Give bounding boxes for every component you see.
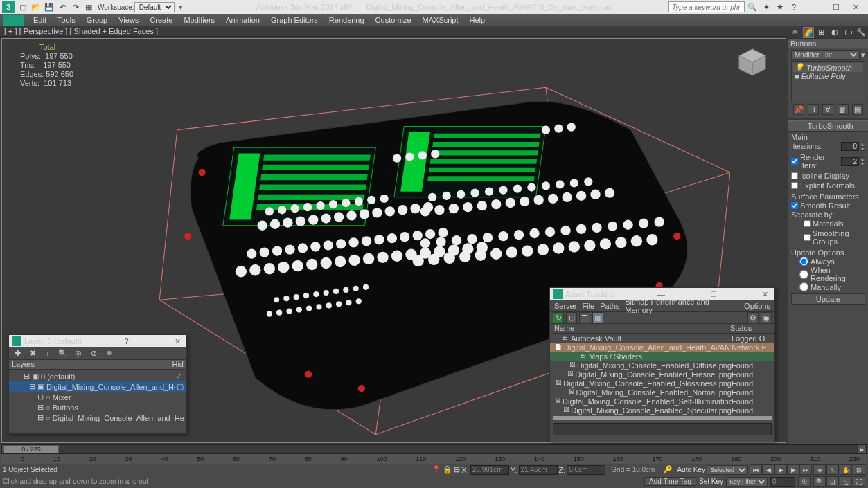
layer-row[interactable]: ⊟○Mixer bbox=[9, 392, 186, 402]
layer-dialog-close-icon[interactable]: ✕ bbox=[171, 337, 184, 346]
play-icon[interactable]: ▶ bbox=[774, 464, 787, 475]
y-coord-input[interactable] bbox=[519, 465, 558, 475]
absolute-mode-icon[interactable]: ⊞ bbox=[454, 465, 460, 474]
asset-row[interactable]: 🗀Maps / Shaders bbox=[550, 352, 774, 361]
prev-frame-icon[interactable]: ◀ bbox=[762, 464, 774, 475]
remove-modifier-icon[interactable]: 🗑 bbox=[838, 104, 849, 115]
new-file-icon[interactable]: ▢ bbox=[17, 1, 29, 13]
configure-sets-icon[interactable]: ▤ bbox=[852, 104, 863, 115]
asset-menu-file[interactable]: File bbox=[582, 302, 594, 310]
asset-menu-options[interactable]: Options bbox=[744, 302, 770, 310]
menu-help[interactable]: Help bbox=[464, 15, 491, 25]
layer-tree[interactable]: ⊟▣0 (default)✓⊟▣Digital_Mixing_Console_A… bbox=[9, 370, 186, 424]
utilities-tab-icon[interactable]: 🔧 bbox=[856, 27, 867, 38]
modifier-editable-poly[interactable]: ■Editable Poly bbox=[793, 72, 863, 80]
materials-checkbox[interactable] bbox=[804, 220, 811, 227]
modify-tab-icon[interactable]: 🌈 bbox=[803, 27, 814, 38]
asset-row[interactable]: 🖼Digital_Mixing_Console_Enabled_Glossine… bbox=[550, 379, 774, 388]
menu-modifiers[interactable]: Modifiers bbox=[178, 15, 220, 25]
asset-tracking-dialog[interactable]: Asset Tracking — ☐ ✕ ServerFilePathsBitm… bbox=[549, 287, 775, 442]
new-layer-icon[interactable]: ✚ bbox=[12, 348, 23, 359]
asset-path-input[interactable] bbox=[553, 423, 772, 435]
layer-row[interactable]: ⊟▣Digital_Mixing_Console_Allen_and_Heath… bbox=[9, 381, 186, 392]
motion-tab-icon[interactable]: ◐ bbox=[829, 27, 840, 38]
zoom-all-icon[interactable]: ⊡ bbox=[826, 476, 839, 487]
favorites-icon[interactable]: ★ bbox=[774, 1, 786, 13]
lock-selection-icon[interactable]: 📍 bbox=[432, 465, 441, 474]
menu-graph-editors[interactable]: Graph Editors bbox=[265, 15, 324, 25]
asset-row[interactable]: 🖼Digital_Mixing_Console_Enabled_Normal.p… bbox=[550, 388, 774, 397]
display-tab-icon[interactable]: 🖵 bbox=[842, 27, 853, 38]
select-layer-icon[interactable]: 🔍 bbox=[57, 348, 69, 359]
undo-icon[interactable]: ↶ bbox=[56, 1, 69, 13]
layer-dialog-titlebar[interactable]: Layer: 0 (default) ? ✕ bbox=[9, 335, 186, 347]
highlight-icon[interactable]: ◉ bbox=[761, 312, 772, 323]
when-rendering-radio[interactable] bbox=[799, 270, 808, 279]
smooth-result-checkbox[interactable] bbox=[791, 202, 798, 209]
asset-tree[interactable]: 🗀Autodesk VaultLogged O📄Digital_Mixing_C… bbox=[550, 334, 774, 415]
comm-center-icon[interactable]: ✦ bbox=[760, 1, 772, 13]
iterations-spinner[interactable]: ▴▾ bbox=[841, 142, 865, 151]
table-view-icon[interactable]: ▦ bbox=[592, 312, 603, 323]
layer-row[interactable]: ⊟▣0 (default)✓ bbox=[9, 371, 186, 381]
layer-row[interactable]: ⊟○Digital_Mixing_Console_Allen_and_Heath… bbox=[9, 413, 186, 423]
search-input[interactable] bbox=[668, 1, 745, 12]
nav-config-icon[interactable]: ⊡ bbox=[853, 464, 865, 475]
search-icon[interactable]: 🔍 bbox=[746, 1, 759, 13]
modifier-list-dropdown-icon[interactable]: ▾ bbox=[861, 51, 865, 60]
close-button[interactable]: ✕ bbox=[846, 1, 865, 13]
delete-layer-icon[interactable]: ✖ bbox=[27, 348, 38, 359]
viewport-label[interactable]: [ + ] [ Perspective ] [ Shaded + Edged F… bbox=[4, 27, 158, 35]
menu-create[interactable]: Create bbox=[144, 15, 178, 25]
update-button[interactable]: Update bbox=[791, 293, 865, 305]
add-time-tag-button[interactable]: Add Time Tag bbox=[644, 477, 696, 486]
asset-row[interactable]: 🖼Digital_Mixing_Console_Enabled_Diffuse.… bbox=[550, 361, 774, 370]
hide-layer-icon[interactable]: ⊘ bbox=[88, 348, 99, 359]
asset-row[interactable]: 🖼Digital_Mixing_Console_Enabled_Self-Ill… bbox=[550, 397, 774, 406]
workspace-dropdown-icon[interactable]: ▾ bbox=[175, 1, 187, 13]
maximize-button[interactable]: ☐ bbox=[826, 1, 846, 13]
goto-end-icon[interactable]: ⏭ bbox=[799, 464, 812, 475]
asset-menu-paths[interactable]: Paths bbox=[600, 302, 619, 310]
menu-tools[interactable]: Tools bbox=[52, 15, 81, 25]
hierarchy-tab-icon[interactable]: ⊞ bbox=[816, 27, 827, 38]
viewcube-icon[interactable] bbox=[736, 46, 769, 79]
pin-stack-icon[interactable]: 📌 bbox=[793, 104, 804, 115]
list-view-icon[interactable]: ☰ bbox=[579, 312, 590, 323]
add-to-layer-icon[interactable]: + bbox=[42, 348, 53, 359]
render-iters-spinner[interactable]: ▴▾ bbox=[841, 157, 865, 166]
asset-menu-bitmap-performance-and-memory[interactable]: Bitmap Performance and Memory bbox=[625, 298, 738, 314]
time-ruler[interactable]: 0102030405060708090100110120130140150160… bbox=[1, 454, 867, 464]
pan-icon[interactable]: ✋ bbox=[840, 464, 852, 475]
minimize-button[interactable]: — bbox=[807, 1, 826, 13]
asset-hscrollbar[interactable] bbox=[553, 416, 772, 420]
menu-customize[interactable]: Customize bbox=[370, 15, 417, 25]
layer-manager-dialog[interactable]: Layer: 0 (default) ? ✕ ✚ ✖ + 🔍 ◎ ⊘ ❄ Lay… bbox=[8, 334, 187, 434]
asset-row[interactable]: 🗀Autodesk VaultLogged O bbox=[550, 334, 774, 343]
asset-row[interactable]: 📄Digital_Mixing_Console_Allen_and_Heath_… bbox=[550, 343, 774, 352]
menu-rendering[interactable]: Rendering bbox=[324, 15, 370, 25]
viewport-label-bar[interactable]: [ + ] [ Perspective ] [ Shaded + Edged F… bbox=[0, 26, 868, 37]
asset-close-icon[interactable]: ✕ bbox=[759, 290, 772, 299]
fov-icon[interactable]: ◺ bbox=[840, 476, 852, 487]
modifier-stack[interactable]: 💡TurboSmooth■Editable Poly bbox=[791, 61, 865, 102]
menu-views[interactable]: Views bbox=[113, 15, 144, 25]
asset-menu-server[interactable]: Server bbox=[554, 302, 576, 310]
modifier-turbosmooth[interactable]: 💡TurboSmooth bbox=[793, 63, 863, 72]
layer-dialog-help-icon[interactable]: ? bbox=[121, 337, 133, 345]
smoothing-groups-checkbox[interactable] bbox=[804, 234, 811, 241]
setkey-button[interactable]: Set Key bbox=[699, 478, 723, 485]
time-config-icon[interactable]: ⏱ bbox=[798, 476, 811, 487]
turbosmooth-rollout-header[interactable]: - TurboSmooth bbox=[788, 120, 868, 132]
menu-edit[interactable]: Edit bbox=[28, 15, 52, 25]
app-menu-icon[interactable] bbox=[3, 15, 24, 26]
freeze-layer-icon[interactable]: ❄ bbox=[103, 348, 114, 359]
help-icon[interactable]: ? bbox=[788, 1, 800, 13]
time-slider-handle[interactable]: 0 / 225 bbox=[3, 445, 59, 453]
workspace-select[interactable]: Default bbox=[134, 2, 175, 12]
render-iters-checkbox[interactable] bbox=[791, 158, 798, 165]
keying-mode-select[interactable]: Selected bbox=[707, 465, 748, 475]
zoom-icon[interactable]: 🔍 bbox=[813, 476, 826, 487]
manually-radio[interactable] bbox=[799, 282, 808, 291]
save-file-icon[interactable]: 💾 bbox=[43, 1, 55, 13]
